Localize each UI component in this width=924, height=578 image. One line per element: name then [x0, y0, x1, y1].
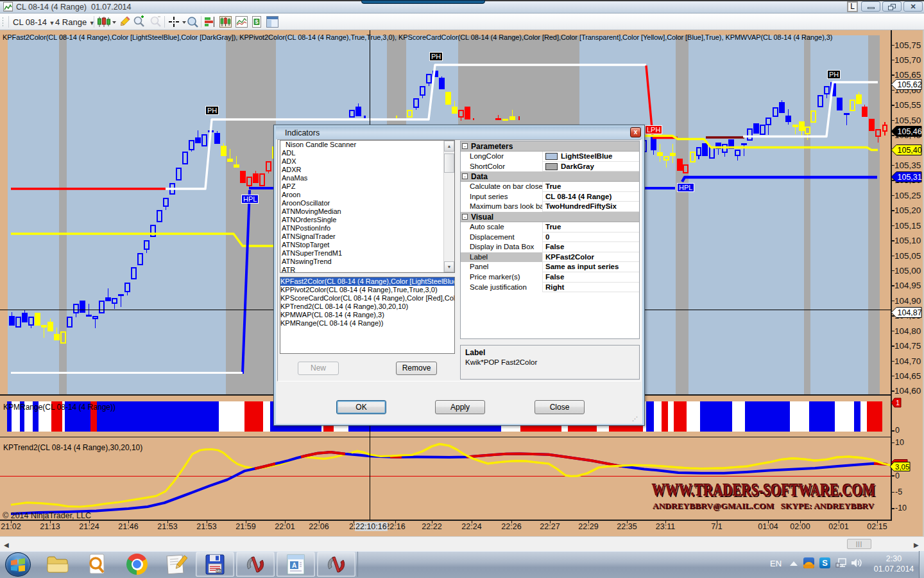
svg-text:104,87: 104,87 [898, 308, 922, 317]
svg-text:$: $ [255, 19, 258, 25]
svg-text:3,05: 3,05 [895, 463, 909, 471]
svg-text:105,40: 105,40 [898, 146, 922, 155]
svg-text:105,62: 105,62 [898, 80, 922, 89]
svg-text:64: 64 [217, 570, 221, 573]
svg-text:A: A [292, 562, 296, 569]
svg-text:1: 1 [896, 399, 900, 407]
svg-text:105,31: 105,31 [898, 173, 922, 182]
svg-text:105,46: 105,46 [898, 127, 922, 136]
